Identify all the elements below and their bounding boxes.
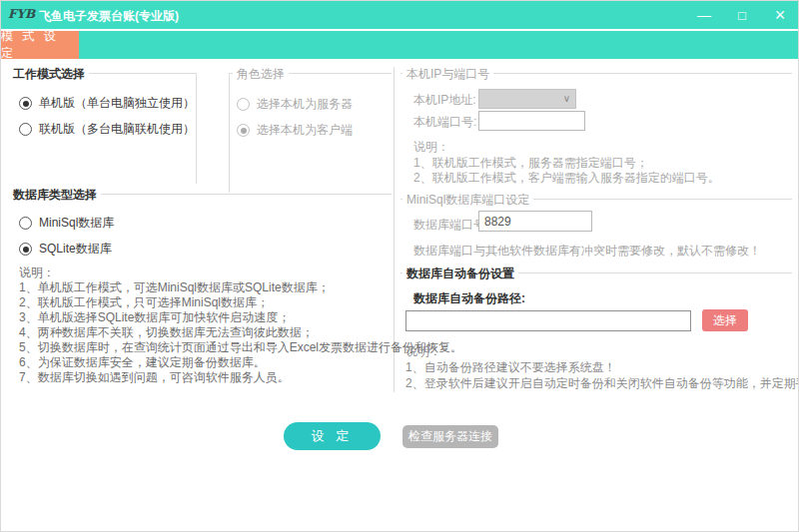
section-title-role: 角色选择 (233, 66, 289, 83)
ip-address-label: 本机IP地址: (413, 92, 476, 109)
title-bar: FYB 飞鱼电子发票台账(专业版) — □ × (1, 1, 799, 29)
radio-icon[interactable] (19, 243, 32, 256)
note-line: 1、单机版工作模式，可选MiniSql数据库或SQLite数据库； (19, 280, 462, 295)
section-title-ip-port: 本机IP与端口号 (402, 66, 493, 83)
note-line: 2、联机版工作模式，只可选择MiniSql数据库； (19, 295, 462, 310)
db-port-input[interactable] (478, 211, 592, 232)
backup-path-input[interactable] (405, 310, 691, 331)
backup-path-label: 数据库自动备份路径: (413, 290, 525, 307)
notes-title: 说明： (413, 140, 720, 156)
ip-address-select[interactable]: ∨ (478, 89, 576, 109)
radio-icon[interactable] (237, 98, 250, 111)
maximize-icon[interactable]: □ (734, 7, 750, 23)
note-line: 1、联机版工作模式，服务器需指定端口号； (413, 156, 720, 172)
db-type-notes: 说明： 1、单机版工作模式，可选MiniSql数据库或SQLite数据库； 2、… (19, 266, 462, 385)
confirm-button[interactable]: 设 定 (284, 422, 381, 450)
ip-port-notes: 说明： 1、联机版工作模式，服务器需指定端口号； 2、联机版工作模式，客户端需输… (413, 140, 720, 187)
note-line: 2、登录软件后建议开启自动定时备份和关闭软件自动备份等功能，并定期手工备份！ (405, 375, 799, 391)
note-line: 4、两种数据库不关联，切换数据库无法查询彼此数据； (19, 325, 462, 340)
radio-as-server-label: 选择本机为服务器 (257, 96, 353, 113)
tab-bar: 模 式 设 定 (1, 31, 799, 59)
check-server-button[interactable]: 检查服务器连接 (402, 425, 498, 448)
notes-title: 说明： (19, 266, 462, 280)
note-line: 1、自动备份路径建议不要选择系统盘！ (405, 359, 799, 375)
radio-networked[interactable]: 联机版（多台电脑联机使用） (19, 121, 195, 138)
radio-icon[interactable] (19, 123, 32, 136)
choose-path-button[interactable]: 选择 (702, 309, 748, 331)
radio-minisql[interactable]: MiniSql数据库 (19, 215, 114, 232)
note-line: 7、数据库切换如遇到问题，可咨询软件服务人员。 (19, 370, 462, 385)
port-input[interactable] (478, 111, 585, 131)
notes-title: 说明： (405, 343, 799, 359)
radio-sqlite-label: SQLite数据库 (39, 241, 112, 258)
window-controls: — □ × (696, 1, 788, 29)
radio-icon[interactable] (19, 97, 32, 110)
backup-notes: 说明： 1、自动备份路径建议不要选择系统盘！ 2、登录软件后建议开启自动定时备份… (405, 343, 799, 391)
note-line: 5、切换数据库时，在查询统计页面通过导出和导入Excel发票数据进行备份和恢复。 (19, 340, 462, 355)
app-logo-icon: FYB (8, 7, 35, 21)
minimize-icon[interactable]: — (696, 7, 712, 23)
radio-standalone[interactable]: 单机版（单台电脑独立使用） (19, 95, 195, 112)
radio-icon[interactable] (19, 217, 32, 230)
note-line: 6、为保证数据库安全，建议定期备份数据库。 (19, 355, 462, 370)
close-icon[interactable]: × (772, 7, 788, 23)
radio-as-client[interactable]: 选择本机为客户端 (237, 122, 353, 139)
radio-networked-label: 联机版（多台电脑联机使用） (39, 121, 195, 138)
section-title-work-mode: 工作模式选择 (9, 66, 89, 83)
port-label: 本机端口号: (413, 114, 476, 131)
note-line: 3、单机版选择SQLite数据库可加快软件启动速度； (19, 310, 462, 325)
groupbox-line (229, 73, 230, 193)
db-port-note: 数据库端口与其他软件数据库有冲突时需要修改，默认不需修改！ (413, 243, 761, 260)
radio-as-client-label: 选择本机为客户端 (257, 122, 353, 139)
section-title-db-type: 数据库类型选择 (9, 187, 101, 204)
radio-sqlite[interactable]: SQLite数据库 (19, 241, 112, 258)
window-title: 飞鱼电子发票台账(专业版) (39, 8, 179, 25)
app-window: FYB 飞鱼电子发票台账(专业版) — □ × 模 式 设 定 工作模式选择 角… (0, 0, 799, 532)
tab-mode-settings[interactable]: 模 式 设 定 (1, 31, 79, 59)
radio-icon[interactable] (237, 124, 250, 137)
chevron-down-icon: ∨ (563, 94, 570, 104)
radio-as-server[interactable]: 选择本机为服务器 (237, 96, 353, 113)
groupbox-line (196, 73, 197, 184)
radio-standalone-label: 单机版（单台电脑独立使用） (39, 95, 195, 112)
radio-minisql-label: MiniSql数据库 (39, 215, 114, 232)
note-line: 2、联机版工作模式，客户端需输入服务器指定的端口号。 (413, 171, 720, 187)
section-title-minisql-port: MiniSql数据库端口设定 (402, 192, 533, 209)
